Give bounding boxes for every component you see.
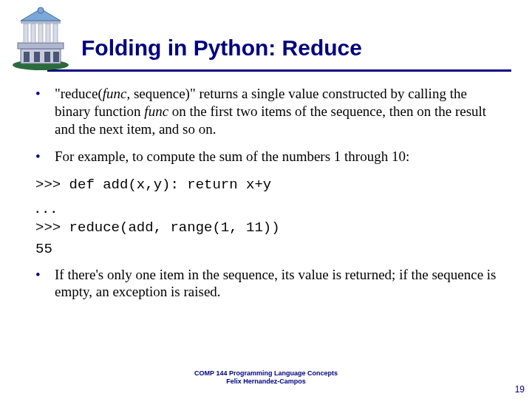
svg-rect-6 (18, 43, 64, 49)
svg-rect-8 (31, 24, 35, 43)
bullet-text: "reduce(func, sequence)" returns a singl… (55, 85, 502, 137)
svg-point-13 (38, 7, 44, 13)
slide-content: • "reduce(func, sequence)" returns a sin… (0, 72, 532, 301)
bullet-item: • If there's only one item in the sequen… (35, 266, 502, 301)
footer-line-1: COMP 144 Programming Language Concepts (0, 369, 532, 378)
footer-line-2: Felix Hernandez-Campos (0, 378, 532, 386)
svg-rect-7 (24, 24, 28, 43)
svg-rect-4 (44, 52, 50, 62)
svg-rect-5 (53, 52, 59, 62)
bullet-item: • For example, to compute the sum of the… (35, 148, 502, 166)
title-wrap: Folding in Python: Reduce (74, 35, 517, 71)
bullet-text: If there's only one item in the sequence… (55, 266, 502, 301)
code-line: >>> reduce(add, range(1, 11)) (35, 219, 502, 237)
svg-rect-10 (46, 24, 50, 43)
page-number: 19 (515, 384, 525, 395)
svg-rect-3 (34, 52, 40, 62)
code-ellipsis: . . . (35, 197, 502, 218)
bullet-marker: • (35, 85, 55, 137)
code-result: 55 (35, 240, 502, 259)
svg-rect-11 (53, 24, 58, 43)
svg-rect-12 (21, 21, 61, 24)
svg-rect-2 (24, 52, 30, 62)
slide-title: Folding in Python: Reduce (81, 35, 517, 61)
svg-rect-9 (38, 24, 43, 43)
unc-well-logo (7, 6, 74, 71)
code-line: >>> def add(x,y): return x+y (35, 176, 502, 194)
bullet-item: • "reduce(func, sequence)" returns a sin… (35, 85, 502, 137)
slide-header: Folding in Python: Reduce (0, 0, 532, 71)
bullet-marker: • (35, 266, 55, 301)
bullet-marker: • (35, 148, 55, 166)
slide-footer: COMP 144 Programming Language Concepts F… (0, 369, 532, 386)
bullet-text: For example, to compute the sum of the n… (55, 148, 502, 166)
